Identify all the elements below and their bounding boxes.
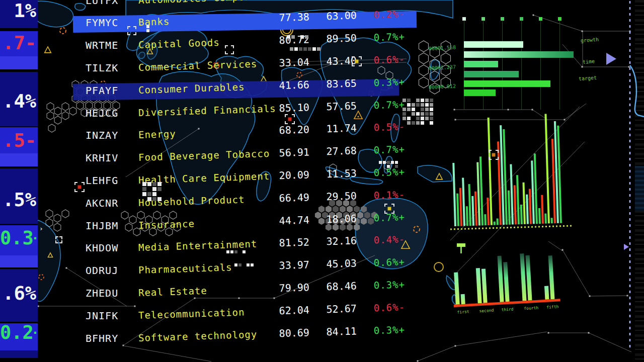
growth-bar: [464, 89, 496, 96]
sector-cell: Automobiles Components: [138, 0, 276, 6]
table-row[interactable]: KRHIVFood Beverage Tobacco56.9127.680.7%…: [0, 149, 443, 166]
value1-cell: 56.91: [269, 146, 309, 160]
change-cell: 0.7%+: [373, 99, 405, 111]
value2-cell: 27.68: [315, 145, 357, 158]
ticker-cell: INZAY: [86, 129, 118, 141]
pixel-glitch-icon: [300, 35, 304, 39]
sidebar-ticker-value[interactable]: .5-: [0, 130, 36, 151]
market-bar: [510, 164, 514, 225]
market-bar-chart: [451, 111, 566, 226]
table-row[interactable]: AKCNRHousehold Product66.4929.500.1%-: [0, 194, 443, 211]
pixel-glitch-icon: [146, 25, 149, 28]
value2-cell: 45.03: [315, 257, 357, 271]
change-cell: 0.6%-: [373, 301, 405, 313]
value2-cell: 11.74: [315, 122, 357, 136]
sidebar-ticker-value[interactable]: .5%: [0, 189, 36, 211]
change-cell: 0.3%+: [373, 279, 405, 291]
pixel-glitch-icon: [421, 117, 424, 120]
market-bar: [466, 206, 468, 226]
table-row[interactable]: ZHEDUReal Estate79.9068.460.3%+: [0, 284, 443, 301]
pixel-glitch-icon: [299, 47, 302, 51]
pixel-glitch-icon: [407, 108, 411, 111]
chevron-right-icon[interactable]: ›: [39, 225, 43, 232]
sector-cell: Consumer Durables: [138, 81, 245, 96]
table-row[interactable]: TILZKCommercial Services33.0443.400.6%-: [0, 59, 443, 76]
pixel-glitch-icon: [391, 161, 394, 164]
value1-cell: 79.90: [269, 281, 309, 295]
table-row[interactable]: LEHFGHealth Care Equipment20.0911.530.5%…: [0, 171, 443, 189]
quarter-bar: [461, 294, 465, 304]
table-row[interactable]: PFAYFConsumer Durables41.6683.650.3%+: [0, 81, 443, 99]
table-row[interactable]: JNIFKTelecommunication62.0452.670.6%-: [0, 307, 443, 324]
pixel-glitch-icon: [421, 99, 424, 102]
sidebar-band: [0, 350, 38, 358]
pixel-glitch-icon: [403, 112, 406, 116]
small-play-icon: [624, 244, 629, 250]
change-cell: 0.2%-: [373, 9, 405, 21]
value1-cell: 85.10: [269, 101, 309, 115]
pixel-glitch-icon: [142, 187, 146, 191]
pixel-glitch-icon: [157, 187, 162, 191]
pixel-glitch-icon: [387, 161, 390, 164]
pixel-glitch-icon: [395, 161, 398, 164]
table-row[interactable]: WRTMECapital Goods80.7289.500.7%+: [0, 36, 443, 53]
change-cell: 0.3%+: [373, 324, 405, 336]
pixel-glitch-icon: [412, 108, 415, 111]
pixel-glitch-icon: [430, 117, 433, 120]
bracket-target-icon: [127, 26, 136, 35]
ticker-cell: KHDOW: [86, 242, 118, 254]
sidebar-ticker-value[interactable]: 0.2+: [0, 322, 36, 343]
sidebar-ticker-value[interactable]: .4%: [0, 90, 36, 112]
pixel-glitch-icon: [308, 47, 311, 51]
pixel-glitch-icon: [243, 250, 246, 253]
pixel-glitch-icon: [383, 161, 386, 164]
ticker-cell: KRHIV: [86, 152, 118, 164]
right-edge-blue-texture: [635, 166, 644, 211]
market-bar: [487, 198, 490, 225]
sidebar-ticker-value[interactable]: 1%: [0, 0, 36, 22]
bracket-target-icon: [352, 56, 362, 66]
pixel-glitch-icon: [421, 103, 424, 107]
pixel-glitch-icon: [430, 99, 433, 102]
hbar-marker-square: [539, 17, 542, 21]
sector-cell: Banks: [138, 16, 170, 28]
play-button[interactable]: [606, 53, 616, 65]
market-bar: [468, 184, 471, 226]
table-row[interactable]: BFHRYSoftware technology80.6984.110.3%+: [0, 329, 443, 346]
sidebar-band: [0, 358, 38, 362]
ticker-cell: JNIFK: [86, 310, 118, 322]
pixel-glitch-icon: [416, 99, 420, 102]
quarter-bar: [548, 255, 555, 299]
pixel-glitch-icon: [147, 182, 151, 186]
market-bar: [497, 218, 499, 225]
table-row[interactable]: ODRUJPharmaceuticals33.9745.030.6%+: [0, 261, 443, 279]
sidebar-ticker-value[interactable]: .6%: [0, 283, 36, 304]
pixel-glitch-icon: [416, 117, 420, 120]
pixel-glitch-icon: [146, 29, 149, 32]
market-bar: [520, 205, 523, 224]
pixel-glitch-icon: [152, 197, 156, 201]
sector-cell: Software technology: [138, 328, 258, 343]
pixel-glitch-icon: [226, 250, 229, 253]
sidebar-ticker-value[interactable]: .7-: [0, 32, 36, 54]
ticker-cell: TILZK: [86, 62, 118, 74]
pixel-glitch-icon: [403, 99, 406, 102]
quarter-label: fifth: [546, 304, 559, 309]
value2-cell: 57.65: [315, 100, 357, 113]
bracket-target-icon: [489, 150, 499, 160]
pixel-glitch-icon: [234, 250, 237, 253]
sector-cell: Food Beverage Tobacco: [138, 148, 270, 163]
market-bar: [462, 177, 465, 226]
pixel-glitch-icon: [425, 103, 429, 107]
hbar-marker-square: [501, 17, 504, 21]
flag-marker-icon: [457, 243, 465, 253]
pixel-glitch-icon: [403, 108, 406, 111]
sidebar-ticker-value[interactable]: 0.3+: [0, 227, 36, 249]
pixel-glitch-icon: [294, 47, 298, 51]
hbar-tick-label: 00000.012: [426, 83, 456, 90]
pixel-glitch-icon: [407, 99, 411, 102]
quarter-label: third: [501, 307, 514, 312]
ticker-cell: FYMYC: [86, 17, 118, 29]
market-bar: [459, 188, 462, 226]
quarter-label: second: [479, 308, 494, 314]
